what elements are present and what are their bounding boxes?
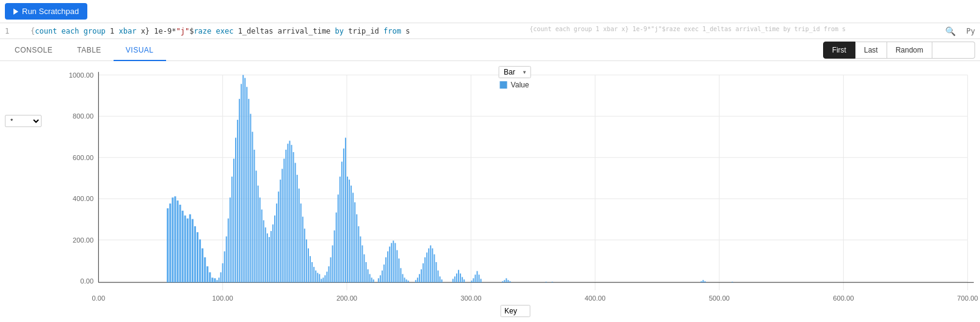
svg-rect-110 — [330, 257, 332, 282]
random-button[interactable]: Random — [887, 42, 932, 59]
svg-rect-131 — [369, 274, 371, 283]
svg-rect-91 — [295, 163, 296, 283]
svg-rect-178 — [481, 279, 482, 282]
svg-rect-81 — [276, 203, 277, 282]
code-editor-line: 1 {count each group 1 xbar x} 1e-9*"j"$r… — [0, 23, 980, 39]
svg-rect-78 — [270, 231, 272, 282]
svg-rect-93 — [299, 189, 300, 283]
svg-rect-164 — [439, 276, 440, 282]
svg-rect-101 — [313, 267, 314, 282]
svg-rect-55 — [228, 219, 229, 283]
svg-rect-120 — [349, 180, 350, 282]
svg-rect-162 — [435, 262, 437, 282]
svg-rect-32 — [174, 196, 176, 282]
svg-rect-60 — [237, 120, 238, 282]
svg-rect-45 — [206, 266, 208, 282]
svg-rect-179 — [502, 281, 503, 282]
svg-rect-189 — [731, 282, 733, 282]
svg-text:700.00: 700.00 — [957, 295, 978, 302]
tab-visual[interactable]: VISUAL — [114, 39, 166, 61]
svg-rect-58 — [233, 159, 234, 283]
svg-rect-76 — [267, 233, 268, 282]
svg-rect-163 — [437, 271, 438, 283]
svg-rect-146 — [400, 268, 401, 282]
svg-rect-100 — [311, 262, 313, 282]
first-button[interactable]: First — [823, 42, 855, 59]
svg-rect-62 — [241, 84, 242, 282]
bar-chart: .axis-text { font-size: 11px; fill: #666… — [49, 66, 980, 317]
svg-rect-175 — [474, 275, 476, 283]
svg-rect-111 — [332, 246, 333, 283]
svg-text:200.00: 200.00 — [336, 295, 357, 302]
svg-rect-126 — [360, 236, 361, 282]
svg-rect-134 — [378, 278, 379, 282]
svg-rect-157 — [426, 252, 427, 282]
svg-rect-41 — [197, 232, 198, 282]
chart-type-wrapper: Bar — [498, 66, 531, 78]
svg-rect-169 — [458, 270, 459, 283]
svg-rect-80 — [274, 216, 275, 283]
svg-rect-36 — [184, 216, 186, 283]
search-icon[interactable]: 🔍 — [945, 26, 956, 36]
x-axis-label-container: Key ▼ — [500, 305, 529, 317]
svg-rect-141 — [391, 243, 392, 283]
svg-rect-182 — [507, 280, 509, 282]
svg-rect-63 — [242, 75, 244, 283]
svg-text:600.00: 600.00 — [73, 154, 93, 161]
svg-rect-184 — [545, 282, 546, 282]
svg-rect-121 — [350, 186, 352, 283]
svg-rect-34 — [180, 205, 181, 282]
svg-rect-40 — [194, 226, 196, 282]
svg-rect-151 — [415, 280, 416, 282]
svg-rect-181 — [506, 278, 507, 282]
svg-rect-30 — [169, 203, 171, 282]
svg-rect-39 — [192, 219, 194, 283]
svg-rect-124 — [356, 214, 357, 283]
tab-console[interactable]: CONSOLE — [2, 39, 65, 61]
svg-rect-145 — [398, 258, 399, 282]
run-label: Run Scratchpad — [22, 7, 79, 16]
svg-rect-156 — [424, 257, 426, 282]
svg-rect-35 — [182, 211, 184, 282]
svg-rect-143 — [394, 243, 396, 283]
svg-rect-161 — [434, 254, 435, 282]
code-hint: {count each group 1 xbar x} 1e-9*"j"$raz… — [529, 26, 846, 32]
svg-rect-132 — [371, 277, 372, 282]
last-button[interactable]: Last — [855, 42, 887, 59]
svg-rect-67 — [250, 114, 251, 282]
svg-rect-65 — [246, 87, 247, 282]
svg-text:800.00: 800.00 — [73, 112, 93, 120]
svg-rect-72 — [260, 197, 261, 282]
svg-rect-123 — [354, 202, 355, 282]
svg-rect-86 — [285, 150, 286, 282]
svg-rect-128 — [363, 254, 365, 282]
row-count-input[interactable]: 10000 — [932, 42, 975, 59]
svg-rect-38 — [189, 214, 191, 283]
code-text: {count each group 1 xbar x} 1e-9*"j"$raz… — [31, 27, 410, 35]
tab-table[interactable]: TABLE — [65, 39, 114, 61]
svg-rect-48 — [214, 278, 216, 282]
svg-rect-187 — [703, 280, 704, 282]
legend: Value — [500, 81, 529, 89]
svg-rect-113 — [336, 213, 337, 282]
run-scratchpad-button[interactable]: Run Scratchpad — [5, 3, 87, 20]
filter-select[interactable]: * — [5, 115, 42, 127]
x-axis-select[interactable]: Key — [500, 305, 530, 317]
svg-rect-152 — [417, 277, 418, 282]
left-panel: * — [0, 66, 49, 317]
chart-controls: Bar Value — [498, 66, 531, 89]
svg-rect-105 — [321, 279, 322, 282]
svg-rect-133 — [373, 279, 374, 282]
svg-rect-129 — [366, 262, 367, 282]
svg-rect-186 — [701, 281, 702, 282]
py-label: Py — [967, 27, 975, 35]
svg-rect-103 — [317, 273, 318, 283]
svg-rect-53 — [224, 251, 225, 282]
svg-rect-117 — [343, 148, 344, 282]
svg-rect-94 — [300, 203, 302, 282]
svg-rect-104 — [319, 274, 320, 283]
svg-rect-90 — [293, 152, 294, 282]
chart-type-select[interactable]: Bar — [498, 66, 531, 78]
svg-rect-64 — [244, 78, 245, 283]
line-number: 1 — [5, 27, 9, 35]
